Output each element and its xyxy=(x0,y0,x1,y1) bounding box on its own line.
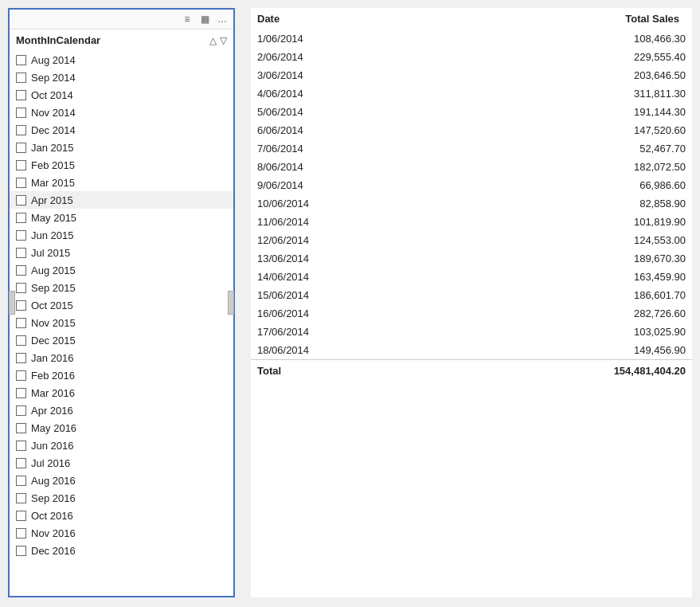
month-label-26: Oct 2016 xyxy=(31,510,73,522)
checkbox-6[interactable] xyxy=(16,160,26,170)
list-item[interactable]: Feb 2015 xyxy=(10,156,233,174)
checkbox-25[interactable] xyxy=(16,493,26,503)
list-item[interactable]: Oct 2016 xyxy=(10,507,233,524)
checkbox-18[interactable] xyxy=(16,370,26,381)
checkbox-15[interactable] xyxy=(16,318,26,328)
checkbox-1[interactable] xyxy=(16,72,26,83)
checkbox-11[interactable] xyxy=(16,248,26,258)
checkbox-22[interactable] xyxy=(16,441,26,451)
cell-date-13: 14/06/2014 xyxy=(251,268,442,286)
checkbox-7[interactable] xyxy=(16,178,26,188)
checkbox-5[interactable] xyxy=(16,143,26,153)
checkbox-27[interactable] xyxy=(16,528,26,538)
list-item[interactable]: Jan 2016 xyxy=(10,349,233,366)
month-label-20: Apr 2016 xyxy=(31,405,73,417)
cell-date-11: 12/06/2014 xyxy=(251,231,442,249)
checkbox-2[interactable] xyxy=(16,90,26,100)
list-item[interactable]: Jun 2016 xyxy=(10,437,233,454)
month-label-15: Nov 2015 xyxy=(31,317,76,329)
checkbox-26[interactable] xyxy=(16,511,26,521)
list-item[interactable]: Mar 2016 xyxy=(10,384,233,401)
table-scroll[interactable]: Date Total Sales 1/06/2014108,466.302/06… xyxy=(251,8,692,597)
checkbox-9[interactable] xyxy=(16,213,26,223)
list-item[interactable]: Dec 2016 xyxy=(10,542,233,559)
month-label-10: Jun 2015 xyxy=(31,229,74,241)
cell-date-4: 5/06/2014 xyxy=(251,103,442,121)
list-item[interactable]: Aug 2014 xyxy=(10,51,233,69)
cell-sales-12: 189,670.30 xyxy=(442,249,692,268)
list-item[interactable]: Jul 2016 xyxy=(10,454,233,472)
month-label-1: Sep 2014 xyxy=(31,72,76,84)
checkbox-4[interactable] xyxy=(16,125,26,135)
month-label-3: Nov 2014 xyxy=(31,107,76,119)
list-item[interactable]: Oct 2014 xyxy=(10,86,233,104)
cell-sales-3: 311,811.30 xyxy=(442,84,692,103)
checkbox-21[interactable] xyxy=(16,423,26,433)
table-row: 16/06/2014282,726.60 xyxy=(251,304,692,323)
table-row: 5/06/2014191,144.30 xyxy=(251,103,692,121)
grid-icon[interactable]: ▦ xyxy=(198,13,211,25)
sort-asc-icon[interactable]: △ xyxy=(209,35,217,46)
checkbox-17[interactable] xyxy=(16,353,26,363)
checkbox-20[interactable] xyxy=(16,405,26,416)
checkbox-0[interactable] xyxy=(16,55,26,65)
list-item[interactable]: Aug 2016 xyxy=(10,472,233,489)
panel-toolbar: ≡ ▦ … xyxy=(10,10,233,29)
checkbox-12[interactable] xyxy=(16,265,26,276)
list-item[interactable]: Jun 2015 xyxy=(10,226,233,244)
checkbox-16[interactable] xyxy=(16,335,26,346)
list-item[interactable]: Nov 2016 xyxy=(10,524,233,542)
month-label-23: Jul 2016 xyxy=(31,457,70,469)
list-item[interactable]: Aug 2015 xyxy=(10,261,233,279)
resize-handle-right[interactable] xyxy=(228,291,234,315)
checkbox-19[interactable] xyxy=(16,388,26,398)
cell-sales-14: 186,601.70 xyxy=(442,286,692,304)
table-row: 10/06/201482,858.90 xyxy=(251,194,692,213)
checkbox-14[interactable] xyxy=(16,300,26,311)
list-item[interactable]: Sep 2015 xyxy=(10,279,233,296)
cell-date-16: 17/06/2014 xyxy=(251,323,442,341)
list-item[interactable]: Oct 2015 xyxy=(10,296,233,314)
month-label-13: Sep 2015 xyxy=(31,282,76,294)
cell-sales-6: 52,467.70 xyxy=(442,139,692,158)
more-icon[interactable]: … xyxy=(216,13,229,25)
checkbox-3[interactable] xyxy=(16,108,26,118)
cell-sales-2: 203,646.50 xyxy=(442,66,692,84)
checkbox-10[interactable] xyxy=(16,230,26,241)
list-item[interactable]: Nov 2014 xyxy=(10,104,233,121)
list-item[interactable]: Jan 2015 xyxy=(10,139,233,156)
month-list: Aug 2014Sep 2014Oct 2014Nov 2014Dec 2014… xyxy=(10,49,233,596)
list-item[interactable]: Apr 2016 xyxy=(10,401,233,419)
table-row: 1/06/2014108,466.30 xyxy=(251,29,692,48)
month-label-6: Feb 2015 xyxy=(31,159,75,171)
sort-desc-icon[interactable]: ▽ xyxy=(220,35,227,46)
list-item[interactable]: Dec 2015 xyxy=(10,331,233,349)
month-label-27: Nov 2016 xyxy=(31,527,76,539)
month-label-8: Apr 2015 xyxy=(31,194,73,206)
list-item[interactable]: Mar 2015 xyxy=(10,174,233,191)
checkbox-13[interactable] xyxy=(16,283,26,293)
list-item[interactable]: Sep 2016 xyxy=(10,489,233,507)
list-item[interactable]: Sep 2014 xyxy=(10,69,233,86)
checkbox-8[interactable] xyxy=(16,195,26,206)
list-item[interactable]: Nov 2015 xyxy=(10,314,233,331)
list-item[interactable]: Dec 2014 xyxy=(10,121,233,139)
month-label-22: Jun 2016 xyxy=(31,440,74,452)
hamburger-icon[interactable]: ≡ xyxy=(181,13,194,25)
month-label-25: Sep 2016 xyxy=(31,492,76,504)
col-date: Date xyxy=(251,8,442,29)
resize-handle-left[interactable] xyxy=(9,291,15,315)
list-item[interactable]: May 2015 xyxy=(10,209,233,226)
list-item[interactable]: Feb 2016 xyxy=(10,366,233,384)
checkbox-24[interactable] xyxy=(16,476,26,486)
list-item[interactable]: Jul 2015 xyxy=(10,244,233,261)
cell-sales-17: 149,456.90 xyxy=(442,341,692,360)
cell-sales-7: 182,072.50 xyxy=(442,158,692,176)
list-item[interactable]: Apr 2015 xyxy=(10,191,233,209)
cell-sales-0: 108,466.30 xyxy=(442,29,692,48)
checkbox-23[interactable] xyxy=(16,458,26,468)
month-label-21: May 2016 xyxy=(31,422,76,434)
checkbox-28[interactable] xyxy=(16,546,26,556)
table-row: 18/06/2014149,456.90 xyxy=(251,341,692,360)
list-item[interactable]: May 2016 xyxy=(10,419,233,437)
